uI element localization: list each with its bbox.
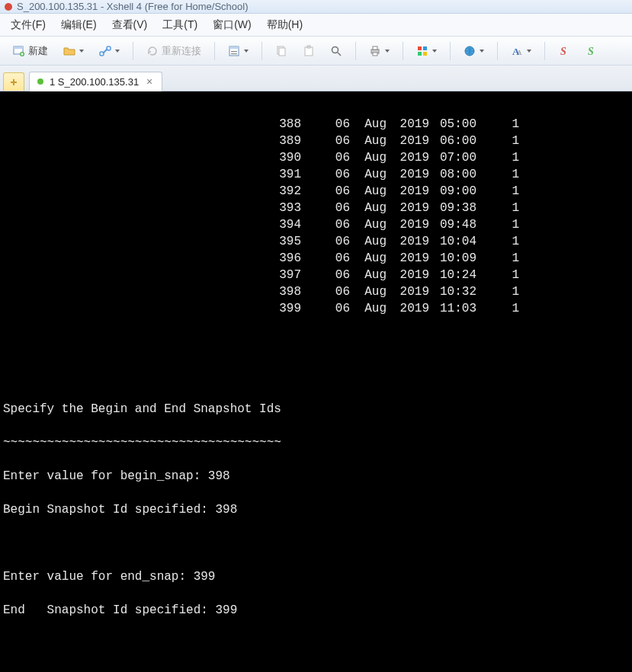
chevron-down-icon xyxy=(79,50,84,53)
color-scheme-icon xyxy=(416,45,428,57)
menu-window[interactable]: 窗口(W) xyxy=(213,18,252,32)
find-button[interactable] xyxy=(325,42,348,60)
menu-bar: 文件(F) 编辑(E) 查看(V) 工具(T) 窗口(W) 帮助(H) xyxy=(0,14,632,37)
svg-rect-20 xyxy=(423,52,427,56)
svg-rect-16 xyxy=(373,53,377,56)
new-label: 新建 xyxy=(28,44,48,58)
menu-help[interactable]: 帮助(H) xyxy=(267,18,303,32)
script-run-button[interactable]: S xyxy=(580,42,603,60)
svg-rect-10 xyxy=(279,48,285,56)
svg-text:S: S xyxy=(560,46,566,57)
connect-button[interactable] xyxy=(94,42,125,60)
snapshot-row: 39906Aug201911:031 xyxy=(3,300,629,317)
globe-icon xyxy=(464,45,476,57)
menu-tool[interactable]: 工具(T) xyxy=(162,18,197,32)
svg-text:S: S xyxy=(588,46,594,57)
snapshot-row: 39306Aug201909:381 xyxy=(3,200,629,216)
tab-close-button[interactable]: × xyxy=(145,75,154,88)
snapshot-row: 39206Aug201909:001 xyxy=(3,183,629,200)
snapshot-row: 39106Aug201908:001 xyxy=(3,166,629,183)
status-dot-icon xyxy=(37,78,43,85)
menu-edit[interactable]: 编辑(E) xyxy=(61,18,97,32)
chevron-down-icon xyxy=(432,50,437,53)
open-button[interactable] xyxy=(58,42,89,60)
svg-rect-3 xyxy=(100,52,104,56)
svg-rect-18 xyxy=(423,46,427,50)
term-line: ~~~~~~~~~~~~~~~~~~~~~~~~~~~~~~~~~~~~~~ xyxy=(3,434,629,451)
term-line: Specify the Begin and End Snapshot Ids xyxy=(3,401,629,418)
terminal-output[interactable]: 38806Aug201905:00138906Aug201906:0013900… xyxy=(0,91,632,672)
svg-rect-19 xyxy=(418,52,422,56)
chevron-down-icon xyxy=(385,50,390,53)
script-s-button[interactable]: S xyxy=(553,42,576,60)
properties-icon xyxy=(228,45,240,57)
plus-icon xyxy=(9,78,18,87)
svg-rect-17 xyxy=(418,46,422,50)
paste-button[interactable] xyxy=(297,42,320,60)
chevron-down-icon xyxy=(480,50,484,53)
term-line: Enter value for begin_snap: 398 xyxy=(3,468,629,485)
separator xyxy=(497,42,498,60)
search-icon xyxy=(330,45,342,57)
svg-rect-11 xyxy=(305,47,313,56)
snapshot-row: 39006Aug201907:001 xyxy=(3,149,629,166)
snapshot-row: 39706Aug201910:241 xyxy=(3,267,629,283)
reconnect-label: 重新连接 xyxy=(162,44,201,58)
svg-rect-7 xyxy=(231,51,237,52)
reconnect-button[interactable]: 重新连接 xyxy=(141,41,207,61)
menu-view[interactable]: 查看(V) xyxy=(112,18,148,32)
print-button[interactable] xyxy=(364,42,395,60)
reconnect-icon xyxy=(146,45,159,57)
chevron-down-icon xyxy=(115,50,120,53)
term-line: Begin Snapshot Id specified: 398 xyxy=(3,501,629,518)
print-icon xyxy=(369,45,381,57)
snapshot-row: 38906Aug201906:001 xyxy=(3,133,629,149)
svg-rect-12 xyxy=(307,46,310,48)
menu-file[interactable]: 文件(F) xyxy=(11,18,46,32)
separator xyxy=(450,42,451,60)
web-button[interactable] xyxy=(458,42,489,60)
copy-icon xyxy=(275,45,287,57)
title-bar: S_200.100.135.31 - Xshell 4 (Free for Ho… xyxy=(0,0,632,14)
window-title: S_200.100.135.31 - Xshell 4 (Free for Ho… xyxy=(17,1,249,12)
svg-rect-8 xyxy=(231,53,237,54)
color-scheme-button[interactable] xyxy=(411,42,442,60)
properties-button[interactable] xyxy=(223,42,254,60)
copy-button[interactable] xyxy=(270,42,293,60)
link-icon xyxy=(99,45,111,57)
svg-rect-4 xyxy=(107,46,111,50)
tab-label: 1 S_200.100.135.31 xyxy=(50,76,139,88)
new-session-icon xyxy=(13,45,25,57)
svg-rect-15 xyxy=(373,46,377,50)
tab-strip: 1 S_200.100.135.31 × xyxy=(0,66,632,91)
svg-rect-1 xyxy=(14,46,23,49)
new-button[interactable]: 新建 xyxy=(8,41,53,61)
snapshot-row: 38806Aug201905:001 xyxy=(3,116,629,133)
snapshot-row: 39606Aug201910:091 xyxy=(3,250,629,267)
svg-text:A: A xyxy=(517,49,522,56)
app-icon xyxy=(5,3,12,11)
paste-icon xyxy=(303,45,315,57)
separator xyxy=(355,42,356,60)
separator xyxy=(544,42,545,60)
session-tab[interactable]: 1 S_200.100.135.31 × xyxy=(29,72,162,91)
snapshot-row: 39506Aug201910:041 xyxy=(3,233,629,250)
snapshot-row: 39806Aug201910:321 xyxy=(3,283,629,300)
separator xyxy=(214,42,215,60)
snapshot-row: 39406Aug201909:481 xyxy=(3,216,629,233)
chevron-down-icon xyxy=(244,50,249,53)
svg-point-13 xyxy=(332,46,338,53)
chevron-down-icon xyxy=(527,50,531,53)
term-line: Enter value for end_snap: 399 xyxy=(3,568,629,585)
font-button[interactable]: AA xyxy=(505,42,537,60)
folder-open-icon xyxy=(63,45,75,57)
separator xyxy=(133,42,133,60)
s-red-icon: S xyxy=(558,45,570,57)
new-tab-button[interactable] xyxy=(3,72,24,91)
separator xyxy=(403,42,403,60)
s-green-icon: S xyxy=(585,45,598,57)
term-line: End Snapshot Id specified: 399 xyxy=(3,602,629,619)
svg-rect-6 xyxy=(229,46,239,49)
separator xyxy=(261,42,262,60)
toolbar: 新建 重新连接 AA xyxy=(0,37,632,66)
